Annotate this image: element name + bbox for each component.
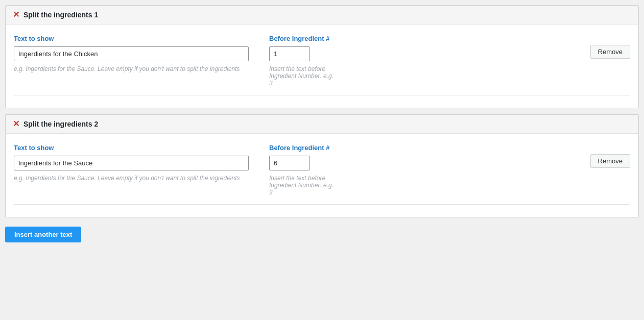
number-label-1: Before Ingredient #: [269, 35, 336, 42]
number-label-2: Before Ingredient #: [269, 144, 336, 152]
panel-divider-1: [14, 95, 630, 95]
number-input-2[interactable]: [269, 156, 310, 170]
number-field-group-1: Before Ingredient # Insert the text befo…: [269, 35, 336, 87]
number-hint-1: Insert the text before Ingredient Number…: [269, 65, 336, 87]
remove-group-1: Remove: [590, 35, 630, 59]
split-panel-1: ✕ Split the ingredients 1 Text to show e…: [5, 5, 639, 108]
number-field-group-2: Before Ingredient # Insert the text befo…: [269, 144, 336, 196]
panel-divider-2: [14, 204, 630, 205]
remove-button-2[interactable]: Remove: [590, 154, 630, 168]
text-input-1[interactable]: [14, 46, 249, 61]
text-field-group-2: Text to show e.g. Ingerdients for the Sa…: [14, 144, 249, 182]
text-hint-1: e.g. Ingerdients for the Sauce. Leave em…: [14, 65, 249, 72]
panel-header-2: ✕ Split the ingredients 2: [6, 115, 638, 134]
close-icon-2[interactable]: ✕: [13, 120, 19, 128]
number-input-1[interactable]: [269, 46, 310, 61]
panel-header-1: ✕ Split the ingredients 1: [6, 6, 638, 24]
split-panel-2: ✕ Split the ingredients 2 Text to show e…: [5, 114, 639, 217]
text-input-2[interactable]: [14, 156, 249, 170]
number-hint-2: Insert the text before Ingredient Number…: [269, 175, 336, 196]
panel-title-1: Split the ingredients 1: [23, 11, 98, 19]
panel-body-2: Text to show e.g. Ingerdients for the Sa…: [6, 134, 638, 217]
text-label-2: Text to show: [14, 144, 249, 152]
panel-body-1: Text to show e.g. Ingerdients for the Sa…: [6, 24, 638, 108]
close-icon-1[interactable]: ✕: [13, 11, 19, 19]
text-hint-2: e.g. Ingerdients for the Sauce. Leave em…: [14, 175, 249, 182]
fields-row-1: Text to show e.g. Ingerdients for the Sa…: [14, 35, 630, 87]
remove-group-2: Remove: [590, 144, 630, 168]
fields-row-2: Text to show e.g. Ingerdients for the Sa…: [14, 144, 630, 196]
remove-button-1[interactable]: Remove: [590, 45, 630, 59]
text-label-1: Text to show: [14, 35, 249, 42]
panel-title-2: Split the ingredients 2: [23, 120, 98, 128]
text-field-group-1: Text to show e.g. Ingerdients for the Sa…: [14, 35, 249, 72]
insert-another-text-button[interactable]: Insert another text: [5, 227, 81, 242]
